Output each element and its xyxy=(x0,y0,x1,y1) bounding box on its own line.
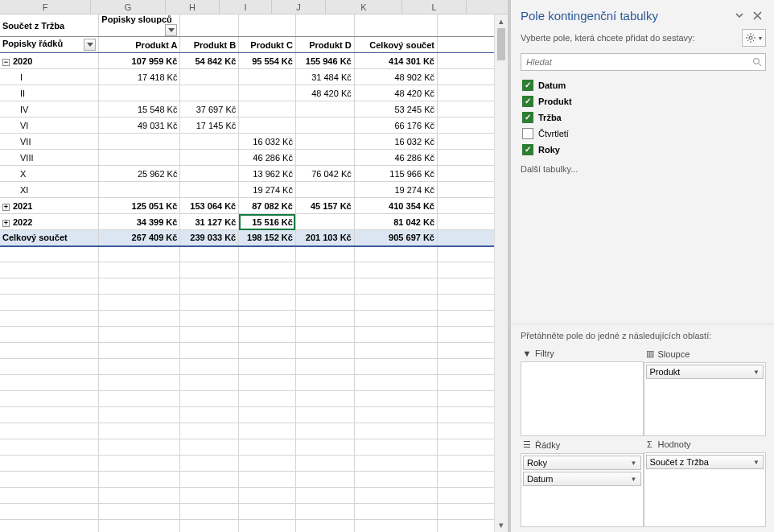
checkbox[interactable] xyxy=(522,144,533,155)
pivot-cell[interactable]: 66 176 Kč xyxy=(354,118,437,134)
col-header[interactable]: L xyxy=(402,0,467,14)
pivot-cell[interactable]: 31 127 Kč xyxy=(180,214,239,230)
field-item[interactable]: Tržba xyxy=(521,109,766,126)
pivot-corner[interactable]: Součet z Tržba xyxy=(0,14,99,37)
pivot-cell[interactable] xyxy=(180,69,239,85)
search-icon[interactable] xyxy=(749,57,765,67)
pivot-cell[interactable]: 54 842 Kč xyxy=(180,53,239,69)
pivot-cell[interactable]: 34 399 Kč xyxy=(99,214,180,230)
spreadsheet-area[interactable]: F G H I J K L Součet z TržbaPopisky slou… xyxy=(0,0,508,532)
pivot-cell[interactable]: 201 103 Kč xyxy=(295,230,354,246)
pivot-cell[interactable] xyxy=(180,85,239,101)
pivot-col-header[interactable]: Produkt D xyxy=(295,37,354,53)
pivot-cell[interactable]: 48 420 Kč xyxy=(354,85,437,101)
pivot-cell[interactable]: 76 042 Kč xyxy=(295,166,354,182)
pivot-cell[interactable] xyxy=(99,134,180,150)
pivot-cell[interactable] xyxy=(239,101,296,118)
pivot-cell[interactable]: 46 286 Kč xyxy=(354,150,437,166)
chevron-down-icon[interactable]: ▼ xyxy=(753,369,760,376)
pivot-cell[interactable]: 46 286 Kč xyxy=(239,150,296,166)
pivot-cell[interactable]: 19 274 Kč xyxy=(239,182,296,198)
pivot-cell[interactable] xyxy=(295,182,354,198)
pivot-col-header[interactable]: Produkt A xyxy=(99,37,180,53)
collapse-icon[interactable]: − xyxy=(2,59,10,66)
checkbox[interactable] xyxy=(522,128,533,139)
scroll-thumb[interactable] xyxy=(497,28,505,60)
row-label[interactable]: Celkový součet xyxy=(0,230,99,246)
chevron-down-icon[interactable]: ▼ xyxy=(631,476,637,483)
pivot-cell[interactable]: 239 033 Kč xyxy=(180,230,239,246)
scroll-up-button[interactable]: ▴ xyxy=(495,14,508,28)
pivot-cell[interactable]: 15 548 Kč xyxy=(99,101,180,118)
pivot-cell[interactable] xyxy=(99,182,180,198)
pivot-col-header[interactable]: Produkt B xyxy=(180,37,239,53)
row-label[interactable]: VII xyxy=(0,134,99,150)
pivot-cell[interactable]: 87 082 Kč xyxy=(239,198,296,214)
pivot-cell[interactable]: 15 516 Kč xyxy=(239,214,296,230)
pivot-cell[interactable]: 905 697 Kč xyxy=(354,230,437,246)
row-label[interactable]: VIII xyxy=(0,150,99,166)
pivot-cell[interactable]: 267 409 Kč xyxy=(99,230,180,246)
col-header[interactable]: F xyxy=(0,0,91,14)
pivot-cell[interactable] xyxy=(295,134,354,150)
expand-icon[interactable]: + xyxy=(2,220,10,227)
row-label[interactable]: +2022 xyxy=(0,214,99,230)
search-box[interactable] xyxy=(521,53,766,71)
pivot-cell[interactable]: 17 145 Kč xyxy=(180,118,239,134)
scroll-down-button[interactable]: ▾ xyxy=(495,518,508,532)
row-label[interactable]: I xyxy=(0,69,99,85)
checkbox[interactable] xyxy=(522,112,533,123)
pivot-cell[interactable]: 414 301 Kč xyxy=(354,53,437,69)
pivot-cell[interactable]: 17 418 Kč xyxy=(99,69,180,85)
pivot-cell[interactable] xyxy=(295,214,354,230)
pivot-cell[interactable]: 153 064 Kč xyxy=(180,198,239,214)
area-pill[interactable]: Roky▼ xyxy=(523,456,641,470)
col-header[interactable]: H xyxy=(166,0,220,14)
pivot-cell[interactable]: 19 274 Kč xyxy=(354,182,437,198)
field-item[interactable]: Čtvrtletí xyxy=(521,126,766,142)
row-label[interactable]: IV xyxy=(0,101,99,118)
field-item[interactable]: Produkt xyxy=(521,93,766,109)
pivot-cell[interactable]: 155 946 Kč xyxy=(295,53,354,69)
pivot-cell[interactable]: 53 245 Kč xyxy=(354,101,437,118)
pivot-cell[interactable]: 48 902 Kč xyxy=(354,69,437,85)
pivot-cell[interactable]: 125 051 Kč xyxy=(99,198,180,214)
pivot-cell[interactable]: 198 152 Kč xyxy=(239,230,296,246)
row-label[interactable]: −2020 xyxy=(0,53,99,69)
pivot-cell[interactable] xyxy=(99,85,180,101)
row-label[interactable]: +2021 xyxy=(0,198,99,214)
expand-icon[interactable]: + xyxy=(2,204,10,211)
pivot-cell[interactable]: 45 157 Kč xyxy=(295,198,354,214)
pivot-cell[interactable] xyxy=(295,150,354,166)
pivot-cell[interactable] xyxy=(180,150,239,166)
pivot-cell[interactable] xyxy=(180,182,239,198)
pivot-cell[interactable]: 13 962 Kč xyxy=(239,166,296,182)
pivot-col-header[interactable]: Celkový součet xyxy=(354,37,437,53)
row-label[interactable]: XI xyxy=(0,182,99,198)
pivot-cell[interactable] xyxy=(239,118,296,134)
pivot-cell[interactable] xyxy=(180,134,239,150)
pivot-cell[interactable] xyxy=(180,166,239,182)
col-header[interactable]: I xyxy=(220,0,272,14)
pivot-cell[interactable]: 115 966 Kč xyxy=(354,166,437,182)
row-label[interactable]: VI xyxy=(0,118,99,134)
pivot-col-header[interactable]: Produkt C xyxy=(239,37,296,53)
search-input[interactable] xyxy=(521,57,749,67)
pivot-cell[interactable]: 31 484 Kč xyxy=(295,69,354,85)
pivot-cell[interactable]: 49 031 Kč xyxy=(99,118,180,134)
chevron-down-icon[interactable]: ▼ xyxy=(631,460,637,467)
chevron-down-icon[interactable]: ▼ xyxy=(753,459,760,466)
filter-dropdown-icon[interactable] xyxy=(84,39,96,51)
area-pill[interactable]: Produkt▼ xyxy=(646,365,764,379)
chevron-down-icon[interactable] xyxy=(731,6,748,24)
pivot-cell[interactable]: 25 962 Kč xyxy=(99,166,180,182)
field-item[interactable]: Roky xyxy=(521,142,766,158)
field-item[interactable]: Datum xyxy=(521,77,766,93)
col-header[interactable]: K xyxy=(326,0,402,14)
pivot-cell[interactable]: 95 554 Kč xyxy=(239,53,296,69)
pivot-cell[interactable] xyxy=(295,101,354,118)
pivot-row-label[interactable]: Popisky řádků xyxy=(0,37,99,53)
row-label[interactable]: II xyxy=(0,85,99,101)
pivot-cell[interactable]: 16 032 Kč xyxy=(354,134,437,150)
pivot-cell[interactable] xyxy=(295,118,354,134)
